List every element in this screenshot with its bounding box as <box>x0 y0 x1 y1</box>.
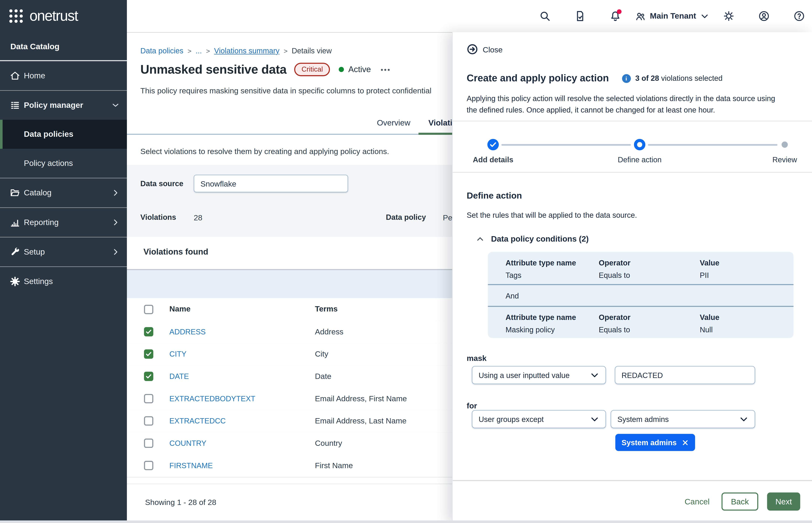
sidebar: onetrust Data Catalog Home Policy manage… <box>0 0 127 523</box>
cond-value-value: Null <box>700 326 713 334</box>
violations-found-title: Violations found <box>144 247 208 257</box>
sidebar-item-setup[interactable]: Setup <box>0 237 127 267</box>
sidebar-nav: Home Policy manager Data policies Policy… <box>0 61 127 296</box>
row-checkbox[interactable] <box>144 416 153 426</box>
help-icon[interactable] <box>793 10 805 22</box>
row-name-link[interactable]: DATE <box>169 372 189 380</box>
row-checkbox[interactable] <box>144 349 153 359</box>
select-all-checkbox[interactable] <box>144 305 153 314</box>
sidebar-item-policy-actions[interactable]: Policy actions <box>0 149 127 178</box>
page-title: Unmasked sensitive data <box>140 62 287 77</box>
mask-value-text: REDACTED <box>622 371 663 379</box>
cancel-button[interactable]: Cancel <box>682 492 713 510</box>
row-name-link[interactable]: FIRSTNAME <box>169 462 213 470</box>
breadcrumb-ellipsis[interactable]: ... <box>195 47 202 55</box>
setup-icon <box>10 247 20 257</box>
chevron-right-icon <box>111 218 119 227</box>
document-check-icon[interactable] <box>574 10 586 22</box>
row-checkbox[interactable] <box>144 394 153 403</box>
step-label-define-action[interactable]: Define action <box>618 156 662 164</box>
chip-label: System admins <box>622 438 677 447</box>
step-label-add-details[interactable]: Add details <box>473 156 513 164</box>
search-icon[interactable] <box>539 10 550 22</box>
row-terms: City <box>315 349 328 358</box>
cond-operator-value: Equals to <box>599 271 630 279</box>
define-action-subheading: Set the rules that will be applied to th… <box>467 211 637 219</box>
row-name-link[interactable]: EXTRACTEDCC <box>169 417 226 425</box>
panel-description: Applying this policy action will resolve… <box>467 93 781 116</box>
sidebar-item-catalog[interactable]: Catalog <box>0 178 127 208</box>
step-define-action-icon <box>634 139 645 150</box>
status-indicator: Active <box>339 65 371 74</box>
close-arrow-icon <box>467 43 478 55</box>
sidebar-item-reporting[interactable]: Reporting <box>0 208 127 237</box>
brand-logo[interactable]: onetrust <box>10 9 78 23</box>
violations-count-value: 28 <box>194 213 202 222</box>
sidebar-item-data-policies[interactable]: Data policies <box>0 120 127 149</box>
more-actions-button[interactable]: ••• <box>381 66 391 73</box>
for-value-text: System admins <box>617 415 669 423</box>
topbar: Main Tenant <box>127 0 812 33</box>
sidebar-item-settings[interactable]: Settings <box>0 267 127 296</box>
select-violations-hint: Select violations to resolve them by cre… <box>140 147 389 156</box>
row-name-link[interactable]: COUNTRY <box>169 439 206 447</box>
data-source-input[interactable]: Snowflake <box>194 175 348 192</box>
onetrust-dots-icon <box>10 10 23 23</box>
step-connector <box>648 144 777 146</box>
tab-overview[interactable]: Overview <box>370 112 417 134</box>
step-review-icon <box>781 142 788 148</box>
breadcrumb-separator: > <box>284 47 287 55</box>
notifications-icon[interactable] <box>609 10 621 22</box>
product-name: Data Catalog <box>10 42 59 52</box>
breadcrumb-data-policies[interactable]: Data policies <box>140 47 183 55</box>
row-terms: Address <box>315 327 343 336</box>
mask-method-select[interactable]: Using a user inputted value <box>472 366 606 384</box>
remove-chip-icon[interactable] <box>682 439 689 446</box>
severity-badge: Critical <box>294 63 330 76</box>
mask-value-input[interactable]: REDACTED <box>615 366 755 384</box>
conditions-toggle[interactable]: Data policy conditions (2) <box>476 234 589 244</box>
info-icon: i <box>622 74 631 83</box>
row-name-link[interactable]: ADDRESS <box>169 328 206 336</box>
row-terms: Email Address, First Name <box>315 394 407 403</box>
selected-group-chip[interactable]: System admins <box>615 434 695 451</box>
sidebar-item-home[interactable]: Home <box>0 61 127 91</box>
breadcrumb-violations-summary[interactable]: Violations summary <box>214 47 279 55</box>
row-name-link[interactable]: CITY <box>169 350 186 358</box>
row-checkbox[interactable] <box>144 372 153 381</box>
pagination-summary: Showing 1 - 28 of 28 <box>145 498 216 506</box>
account-icon[interactable] <box>758 10 770 22</box>
tenant-switcher[interactable]: Main Tenant <box>635 11 709 22</box>
close-panel-button[interactable]: Close <box>467 43 503 55</box>
column-header-terms[interactable]: Terms <box>315 304 338 313</box>
row-checkbox[interactable] <box>144 327 153 337</box>
policy-description: This policy requires masking sensitive d… <box>140 86 432 95</box>
step-connector <box>502 144 631 146</box>
for-value-select[interactable]: System admins <box>610 410 755 428</box>
breadcrumb-separator: > <box>188 47 191 55</box>
conditions-divider <box>488 306 793 307</box>
status-label: Active <box>348 65 371 74</box>
global-settings-icon[interactable] <box>723 10 735 22</box>
sidebar-item-policy-manager[interactable]: Policy manager <box>0 91 127 120</box>
column-header-name[interactable]: Name <box>169 304 190 313</box>
home-icon <box>10 70 20 81</box>
next-button[interactable]: Next <box>767 492 800 510</box>
row-checkbox[interactable] <box>144 461 153 470</box>
row-checkbox[interactable] <box>144 438 153 448</box>
row-name-link[interactable]: EXTRACTEDBODYTEXT <box>169 395 255 403</box>
divider <box>453 121 812 121</box>
chevron-down-icon <box>739 414 749 424</box>
chevron-down-icon <box>590 371 599 380</box>
policy-manager-icon <box>10 100 20 110</box>
close-label: Close <box>483 45 503 54</box>
for-method-select[interactable]: User groups except <box>472 410 606 428</box>
row-terms: Email Address, Last Name <box>315 416 407 425</box>
selection-info: 3 of 28 violations selected <box>635 74 722 83</box>
step-label-review[interactable]: Review <box>772 156 797 164</box>
mask-method-value: Using a user inputted value <box>479 371 570 379</box>
back-button[interactable]: Back <box>721 492 758 510</box>
mask-label: mask <box>467 354 487 362</box>
chevron-down-icon <box>111 101 119 109</box>
row-terms: Date <box>315 372 331 380</box>
